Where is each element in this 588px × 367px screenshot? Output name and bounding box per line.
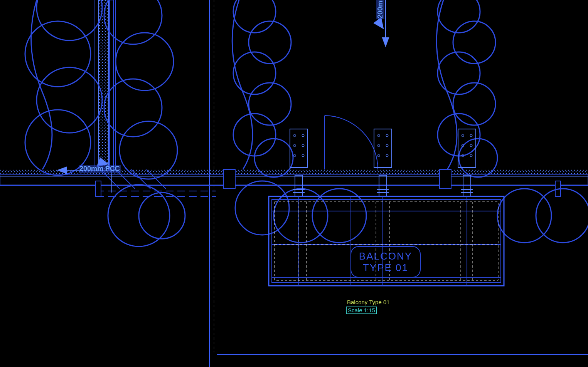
svg-rect-8 [0,176,588,184]
balcony-label-line-2: TYPE 01 [363,262,408,273]
view-scale[interactable]: Scale 1:15 [346,307,377,314]
insulation-middle [232,0,366,243]
dimension-label-200mm: 200mm [376,0,384,19]
svg-point-56 [293,154,296,157]
svg-point-35 [233,52,276,94]
svg-rect-19 [99,0,109,170]
svg-point-37 [233,114,276,156]
view-title: Balcony Type 01 [347,299,390,305]
svg-point-45 [453,83,495,125]
svg-point-62 [377,134,380,137]
svg-point-46 [438,114,480,156]
svg-point-64 [377,144,380,147]
svg-point-27 [104,0,162,44]
svg-point-39 [235,181,289,235]
svg-rect-61 [374,129,392,168]
svg-point-63 [386,134,388,137]
svg-point-73 [470,134,472,137]
drawing-canvas [0,0,588,367]
bracket-2 [374,129,392,196]
svg-marker-104 [382,38,389,46]
svg-point-75 [470,144,472,147]
svg-point-23 [37,0,102,40]
svg-point-66 [377,154,380,157]
svg-point-34 [249,21,291,64]
svg-rect-15 [224,169,235,189]
svg-point-72 [462,134,464,137]
cad-viewport[interactable]: 200mm PCC 200mm BALCONY TYPE 01 Balcony … [0,0,588,367]
insulation-right [436,0,588,243]
svg-point-32 [139,193,185,239]
svg-point-55 [302,144,304,147]
svg-point-49 [536,189,588,243]
svg-point-24 [25,21,91,87]
svg-rect-17 [96,181,101,196]
svg-point-25 [37,67,102,133]
svg-point-36 [249,83,291,125]
svg-marker-105 [374,18,383,28]
svg-point-77 [470,154,472,157]
svg-point-44 [438,52,480,94]
svg-point-43 [453,21,495,64]
svg-point-52 [293,134,296,137]
balcony-type-label: BALCONY TYPE 01 [355,250,416,273]
door-swing [325,116,378,169]
balcony-label-line-1: BALCONY [359,250,412,262]
svg-point-54 [293,144,296,147]
svg-rect-71 [458,129,476,168]
dimension-label-200mm-pcc: 200mm PCC [79,165,121,173]
svg-rect-16 [440,169,451,189]
svg-point-65 [386,144,388,147]
svg-point-53 [302,134,304,137]
svg-rect-20 [110,0,113,170]
svg-point-67 [386,154,388,157]
svg-point-57 [302,154,304,157]
